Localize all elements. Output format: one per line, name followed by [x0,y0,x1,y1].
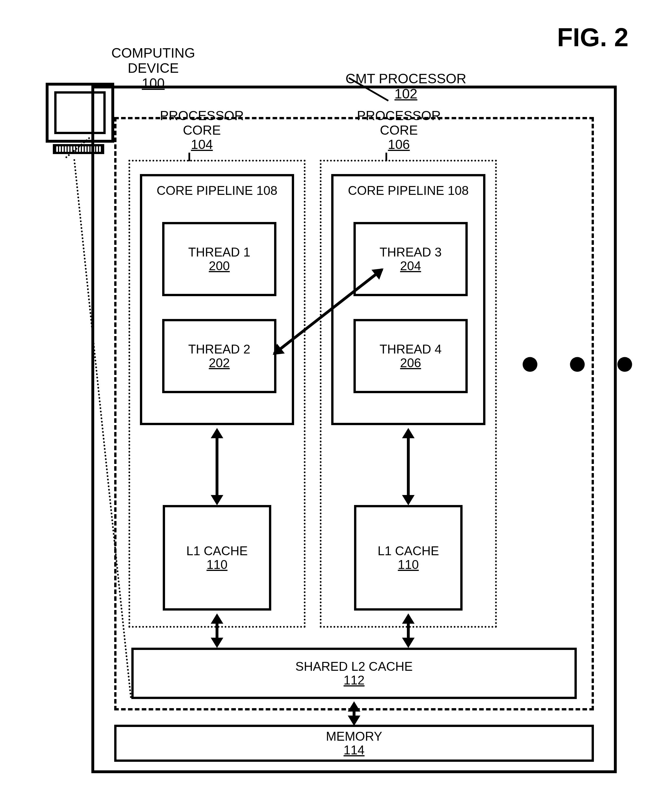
shared-l2-cache: SHARED L2 CACHE 112 [131,647,577,699]
pipeline1-title: CORE PIPELINE 108 [142,183,292,198]
computing-device-text1: COMPUTING [111,45,195,61]
pipeline2-title: CORE PIPELINE 108 [333,183,483,198]
core2-text2: CORE [380,123,418,138]
pipeline2-box: CORE PIPELINE 108 THREAD 3 204 THREAD 4 … [331,174,486,425]
l1c1-label: L1 CACHE [165,544,269,558]
l1-cache-1: L1 CACHE 110 [163,505,271,610]
core1-text2: CORE [183,123,221,138]
core1-text1: PROCESSOR [160,108,244,123]
core1-label: PROCESSOR CORE 104 [160,109,244,152]
l2-label: SHARED L2 CACHE [134,660,574,673]
computing-device-text2: DEVICE [128,61,179,76]
thread1-label: THREAD 1 [165,245,274,259]
thread2-label: THREAD 2 [165,342,274,356]
memory-label: MEMORY [117,730,592,743]
l1c2-label: L1 CACHE [357,544,460,558]
thread4-box: THREAD 4 206 [353,319,468,393]
diagram-canvas: FIG. 2 COMPUTING DEVICE 100 CMT PROCESSO… [0,0,657,812]
ellipsis-icon: ● ● ● [520,342,644,382]
thread3-label: THREAD 3 [356,245,466,259]
memory-ref: 114 [117,743,592,757]
cmt-text: CMT PROCESSOR [346,71,466,86]
pipeline1-box: CORE PIPELINE 108 THREAD 1 200 THREAD 2 … [140,174,294,425]
memory-box: MEMORY 114 [114,725,594,762]
thread2-ref: 202 [165,356,274,370]
l1-cache-2: L1 CACHE 110 [354,505,462,610]
core2-text1: PROCESSOR [357,108,441,123]
l1c2-ref: 110 [357,558,460,571]
thread3-box: THREAD 3 204 [353,222,468,296]
thread1-ref: 200 [165,259,274,273]
cmt-ref: 102 [395,86,417,101]
thread4-ref: 206 [356,356,466,370]
l2-ref: 112 [134,673,574,687]
computing-device-label: COMPUTING DEVICE 100 [111,46,195,91]
thread1-box: THREAD 1 200 [162,222,276,296]
thread4-label: THREAD 4 [356,342,466,356]
thread2-box: THREAD 2 202 [162,319,276,393]
core2-label: PROCESSOR CORE 106 [357,109,441,152]
figure-title: FIG. 2 [557,23,629,52]
l1c1-ref: 110 [165,558,269,571]
core2-ref: 106 [388,137,410,152]
core1-ref: 104 [191,137,213,152]
